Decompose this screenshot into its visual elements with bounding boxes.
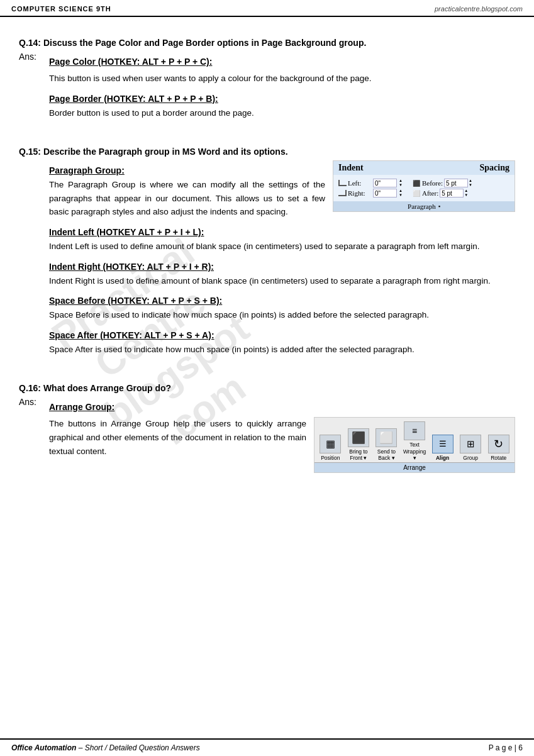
q15-space-before-heading: Space Before (HOTKEY: ALT + P + S + B):: [49, 296, 222, 306]
before-row: ⬛ Before: ▲▼: [413, 179, 472, 187]
q15-content: Indent Spacing Left: ▲▼: [19, 160, 515, 359]
position-icon: ▦: [320, 435, 341, 453]
right-spinner[interactable]: ▲▼: [399, 189, 403, 197]
footer-page-number: P a g e | 6: [489, 743, 523, 752]
after-input[interactable]: [440, 189, 464, 197]
paragraph-image-footer: Paragraph ▪: [333, 201, 515, 211]
footer-subtitle: Short / Detailed Question Answers: [85, 743, 200, 752]
q15-space-after-heading: Space After (HOTKEY: ALT + P + S + A):: [49, 330, 214, 340]
q15-indent-right-heading: Indent Right (HOTKEY: ALT + P + I + R):: [49, 262, 214, 272]
text-wrapping-label: TextWrapping ▾: [401, 442, 428, 461]
group-label: Group: [463, 455, 478, 461]
q16-content: ▦ Position ⬛ Bring toFront ▾ ⬜ Send toBa…: [19, 417, 515, 478]
left-value-group: ▲▼: [373, 179, 403, 187]
q14-question: Q.14: Discuss the Page Color and Page Bo…: [19, 38, 515, 48]
q14-page-color-text: This button is used when user wants to a…: [49, 72, 515, 86]
after-icon: ⬜: [413, 190, 421, 196]
q15-indent-left-text: Indent Left is used to define amount of …: [49, 240, 515, 253]
bring-to-front-label: Bring toFront ▾: [349, 448, 367, 461]
q16-question: Q.16: What does Arrange Group do?: [19, 383, 515, 393]
footer-left: Office Automation – Short / Detailed Que…: [11, 743, 200, 752]
left-spinner[interactable]: ▲▼: [399, 179, 403, 187]
q15-indent-right-text: Indent Right is used to define amount of…: [49, 274, 515, 288]
arrange-toolbar: ▦ Position ⬛ Bring toFront ▾ ⬜ Send toBa…: [314, 418, 515, 462]
after-spinner[interactable]: ▲▼: [464, 189, 468, 197]
q16-ans-line: Ans: Arrange Group:: [19, 397, 515, 414]
footer-app-name-italic: Office Automation: [11, 743, 76, 752]
paragraph-footer-label: Paragraph: [408, 203, 436, 210]
bring-to-front-icon: ⬛: [348, 428, 369, 447]
before-label: Before:: [422, 179, 443, 187]
q14-page-color-heading: Page Color (HOTKEY: ALT + P + P + C):: [49, 57, 212, 67]
left-label: Left:: [348, 179, 361, 187]
spacing-label: Spacing: [480, 163, 509, 173]
indent-left-icon: [338, 180, 347, 186]
arrange-position: ▦ Position: [317, 435, 344, 461]
send-to-back-icon: ⬜: [375, 428, 397, 447]
rotate-icon: ↻: [488, 435, 509, 453]
before-spinner[interactable]: ▲▼: [469, 179, 472, 187]
q15-block: Q.15: Describe the Paragraph group in MS…: [19, 147, 515, 359]
right-row: Right: ▲▼ ⬜ After: ▲▼: [338, 189, 509, 197]
q16-block: Q.16: What does Arrange Group do? Ans: A…: [19, 383, 515, 478]
rotate-label: Rotate: [491, 455, 506, 461]
before-icon: ⬛: [413, 180, 421, 186]
q15-space-before-text: Space Before is used to indicate how muc…: [49, 308, 515, 322]
q14-page-border-heading: Page Border (HOTKEY: ALT + P + P + B):: [49, 94, 218, 104]
arrange-image: ▦ Position ⬛ Bring toFront ▾ ⬜ Send toBa…: [314, 417, 515, 473]
align-icon: ☰: [432, 435, 453, 453]
q14-block: Q.14: Discuss the Page Color and Page Bo…: [19, 38, 515, 120]
arrange-group: ⊞ Group: [457, 435, 484, 461]
right-icon-label: Right:: [338, 189, 373, 197]
arrange-send-to-back: ⬜ Send toBack ▾: [373, 428, 400, 461]
page-footer: Office Automation – Short / Detailed Que…: [0, 738, 534, 756]
page: PracticalCentreblogspot.com Computer Sci…: [0, 0, 534, 756]
q15-question: Q.15: Describe the Paragraph group in MS…: [19, 147, 515, 157]
q15-indent-left-heading: Indent Left (HOTKEY ALT + P + I + L):: [49, 227, 204, 237]
q14-page-border-text: Border button is used to put a border ar…: [49, 106, 515, 120]
footer-dash: –: [79, 743, 85, 752]
position-label: Position: [321, 455, 340, 461]
text-wrapping-icon: ≡: [404, 421, 425, 440]
q14-ans-label: Ans:: [19, 52, 49, 62]
send-to-back-label: Send toBack ▾: [377, 448, 396, 461]
page-header: Computer Science 9th practicalcentre.blo…: [0, 0, 534, 17]
arrange-footer: Arrange: [314, 462, 515, 472]
align-label: Align: [436, 455, 449, 461]
left-icon-label: Left:: [338, 179, 373, 187]
paragraph-image-header: Indent Spacing: [333, 161, 515, 175]
left-input[interactable]: [373, 179, 397, 187]
right-input[interactable]: [373, 189, 397, 197]
arrange-rotate: ↻ Rotate: [485, 435, 512, 461]
q14-ans-line: Ans: Page Color (HOTKEY: ALT + P + P + C…: [19, 52, 515, 69]
after-label: After:: [422, 189, 438, 197]
header-website: practicalcentre.blogspot.com: [435, 5, 523, 13]
after-row: ⬜ After: ▲▼: [413, 189, 468, 197]
indent-right-icon: [338, 190, 347, 196]
q16-ans-label: Ans:: [19, 397, 49, 407]
arrange-bring-to-front: ⬛ Bring toFront ▾: [345, 428, 372, 461]
q16-arrange-group-heading: Arrange Group:: [49, 402, 114, 412]
q15-space-after-text: Space After is used to indicate how much…: [49, 343, 515, 357]
group-icon: ⊞: [460, 435, 481, 453]
q14-page-color-block: This button is used when user wants to a…: [19, 72, 515, 86]
before-input[interactable]: [444, 179, 468, 187]
footer-app-name: Office Automation: [11, 743, 76, 752]
q14-page-border-heading-block: Page Border (HOTKEY: ALT + P + P + B):: [19, 89, 515, 106]
arrange-text-wrapping: ≡ TextWrapping ▾: [401, 421, 428, 461]
right-value-group: ▲▼: [373, 189, 403, 197]
paragraph-footer-icon: ▪: [438, 203, 440, 209]
q14-page-border-block: Border button is used to put a border ar…: [19, 106, 515, 120]
main-content: Q.14: Discuss the Page Color and Page Bo…: [0, 23, 534, 531]
paragraph-image-body: Left: ▲▼ ⬛ Before: ▲▼: [333, 175, 515, 201]
indent-label: Indent: [338, 163, 364, 173]
q15-paragraph-group-heading: Paragraph Group:: [49, 165, 125, 175]
left-row: Left: ▲▼ ⬛ Before: ▲▼: [338, 179, 509, 187]
header-title: Computer Science 9th: [11, 5, 111, 13]
arrange-align: ☰ Align: [429, 435, 456, 461]
right-label: Right:: [348, 189, 365, 197]
paragraph-image: Indent Spacing Left: ▲▼: [333, 160, 515, 212]
